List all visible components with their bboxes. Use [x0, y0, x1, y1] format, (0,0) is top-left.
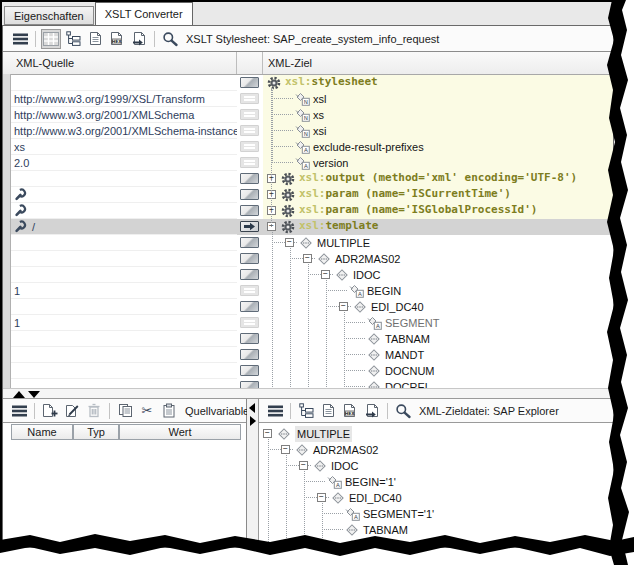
tree-node[interactable]: DOCNUM [263, 363, 613, 379]
tree-node[interactable]: −MULTIPLE [259, 426, 613, 442]
new-variable-icon[interactable] [40, 401, 60, 421]
copy-icon[interactable] [115, 401, 135, 421]
collapse-up-icon[interactable] [13, 391, 25, 398]
mapping-button[interactable] [240, 109, 259, 120]
mapping-button[interactable] [240, 365, 259, 376]
mapping-button[interactable] [240, 349, 259, 360]
mapping-button[interactable] [240, 381, 259, 388]
tree-node[interactable]: ABEGIN='1' [259, 474, 613, 490]
source-row[interactable]: 2.0 [11, 155, 237, 171]
collapse-left-icon[interactable] [249, 403, 255, 413]
column-typ[interactable]: Typ [73, 424, 119, 440]
source-row[interactable] [11, 75, 237, 91]
tree-view-icon[interactable] [63, 29, 83, 49]
source-row[interactable] [11, 203, 237, 219]
mapping-button[interactable] [240, 125, 259, 136]
source-row[interactable] [11, 171, 237, 187]
source-row[interactable] [11, 347, 237, 363]
tree-view-icon[interactable] [296, 401, 316, 421]
mapping-button[interactable] [240, 189, 259, 200]
tree-node[interactable]: −EDI_DC40 [263, 299, 613, 315]
tree-node[interactable]: TABNAM [259, 522, 613, 538]
source-row[interactable]: http://www.w3.org/1999/XSL/Transform [11, 91, 237, 107]
expand-toggle-minus[interactable]: − [285, 238, 294, 247]
tree-node[interactable]: +xsl:param (name='ISGlobalProcessId') [263, 203, 613, 219]
source-row[interactable]: / [11, 219, 237, 235]
tree-node[interactable]: Nxs [263, 107, 613, 123]
expand-toggle-minus[interactable]: − [339, 302, 348, 311]
tree-node[interactable]: ASEGMENT='1' [259, 506, 613, 522]
source-row[interactable] [11, 299, 237, 315]
document-view-icon[interactable] [85, 29, 105, 49]
source-row[interactable] [11, 187, 237, 203]
expand-toggle-minus[interactable]: − [299, 461, 308, 470]
tree-node[interactable]: −MULTIPLE [263, 235, 613, 251]
hex-view-icon[interactable]: HEX [107, 29, 127, 49]
tree-node[interactable]: TABNAM [263, 331, 613, 347]
source-row[interactable]: 1 [11, 283, 237, 299]
mapping-button[interactable] [240, 237, 259, 248]
mapping-button[interactable] [240, 77, 259, 88]
mapping-button[interactable] [240, 253, 259, 264]
source-row[interactable]: http://www.w3.org/2001/XMLSchema-instanc… [11, 123, 237, 139]
source-row[interactable]: xs [11, 139, 237, 155]
tree-node[interactable]: Aexclude-result-prefixes [263, 139, 613, 155]
tree-node[interactable]: +xsl:output (method='xml' encoding='UTF-… [263, 171, 613, 187]
tree-node[interactable]: +xsl:param (name='ISCurrentTime') [263, 187, 613, 203]
mapping-button[interactable] [240, 173, 259, 184]
menu-icon[interactable] [9, 401, 29, 421]
mapping-button[interactable] [240, 301, 259, 312]
expand-toggle-minus[interactable]: − [303, 254, 312, 263]
mapping-button[interactable] [240, 93, 259, 104]
tree-node[interactable]: MANDT [263, 347, 613, 363]
tree-node[interactable]: ASEGMENT [263, 315, 613, 331]
menu-icon[interactable] [265, 401, 285, 421]
tree-node[interactable]: xsl:stylesheet [263, 75, 613, 91]
document-export-icon[interactable] [362, 401, 382, 421]
mapping-button[interactable] [240, 205, 259, 216]
tree-node[interactable]: −IDOC [263, 267, 613, 283]
tree-node[interactable]: −IDOC [259, 458, 613, 474]
source-row[interactable] [11, 331, 237, 347]
hex-view-icon[interactable]: HEX [340, 401, 360, 421]
source-row[interactable] [11, 251, 237, 267]
source-row[interactable] [11, 363, 237, 379]
document-view-icon[interactable] [318, 401, 338, 421]
tree-node[interactable]: Nxsl [263, 91, 613, 107]
edit-variable-icon[interactable] [62, 401, 82, 421]
source-row[interactable]: 1 [11, 315, 237, 331]
collapse-down-icon[interactable] [28, 391, 40, 398]
expand-toggle-minus[interactable]: − [281, 445, 290, 454]
paste-icon[interactable] [159, 401, 179, 421]
tab-eigenschaften[interactable]: Eigenschaften [4, 6, 94, 25]
source-row[interactable]: http://www.w3.org/2001/XMLSchema [11, 107, 237, 123]
source-row[interactable] [11, 267, 237, 283]
tree-node[interactable]: DOCREL [263, 379, 613, 388]
column-name[interactable]: Name [11, 424, 73, 440]
mapping-button[interactable] [240, 317, 259, 328]
expand-toggle-minus[interactable]: − [321, 270, 330, 279]
horizontal-splitter[interactable] [3, 388, 613, 399]
tree-node[interactable]: Aversion [263, 155, 613, 171]
vertical-splitter[interactable] [247, 399, 259, 547]
mapping-button[interactable] [240, 141, 259, 152]
tree-node[interactable]: −xsl:template [263, 219, 613, 235]
collapse-right-icon[interactable] [250, 416, 256, 426]
table-view-icon[interactable] [41, 29, 61, 49]
mapping-button[interactable] [240, 333, 259, 344]
tree-node[interactable]: MANDT [259, 538, 613, 547]
cut-icon[interactable]: ✂ [137, 401, 157, 421]
expand-toggle-minus[interactable]: − [317, 493, 326, 502]
mapping-button[interactable] [240, 157, 259, 168]
source-row[interactable] [11, 235, 237, 251]
expand-toggle-minus[interactable]: − [263, 429, 272, 438]
tab-xslt-converter[interactable]: XSLT Converter [95, 2, 193, 25]
mapping-button-arrow[interactable] [240, 221, 259, 232]
tree-node[interactable]: Nxsi [263, 123, 613, 139]
search-icon[interactable] [160, 29, 180, 49]
search-icon[interactable] [393, 401, 413, 421]
delete-variable-icon[interactable] [84, 401, 104, 421]
menu-icon[interactable] [10, 29, 30, 49]
tree-node[interactable]: −ADR2MAS02 [263, 251, 613, 267]
document-export-icon[interactable] [129, 29, 149, 49]
